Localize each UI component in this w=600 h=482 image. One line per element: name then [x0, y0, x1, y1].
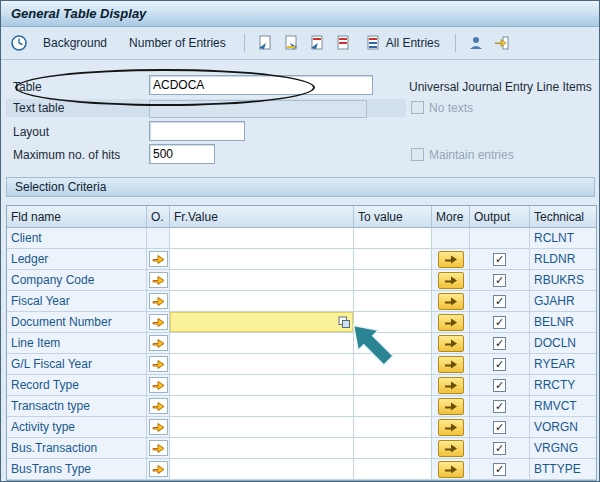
table-row: Line Item D: [7, 333, 596, 354]
maintain-entries-checkbox: [411, 148, 424, 161]
selection-options-button[interactable]: [149, 335, 168, 351]
output-checkbox[interactable]: [493, 358, 506, 371]
more-button[interactable]: [438, 398, 464, 415]
to-value-field[interactable]: [354, 228, 431, 248]
table-row: Activity type: [7, 417, 596, 438]
to-value-field[interactable]: [354, 291, 431, 311]
insert-selection-icon[interactable]: [279, 32, 303, 54]
column-header-technical: Technical: [530, 206, 596, 228]
from-value-field[interactable]: [170, 249, 353, 269]
layout-input[interactable]: [149, 121, 245, 141]
output-checkbox[interactable]: [493, 295, 506, 308]
row-technical-name: RMVCT: [534, 399, 577, 413]
selection-options-arrow-icon: [152, 317, 165, 328]
max-hits-label: Maximum no. of hits: [13, 148, 120, 162]
table-input[interactable]: [149, 75, 373, 95]
selection-options-button[interactable]: [149, 356, 168, 372]
output-checkbox[interactable]: [493, 379, 506, 392]
output-checkbox[interactable]: [493, 253, 506, 266]
max-hits-input[interactable]: [149, 144, 215, 164]
selection-options-button[interactable]: [149, 293, 168, 309]
from-value-field[interactable]: [170, 375, 353, 395]
more-button[interactable]: [438, 440, 464, 457]
output-checkbox[interactable]: [493, 274, 506, 287]
selection-options-arrow-icon: [152, 296, 165, 307]
general-table-display-window: General Table Display Background Number …: [0, 0, 600, 482]
search-help-icon[interactable]: [338, 316, 351, 329]
from-value-field[interactable]: [170, 228, 353, 248]
from-value-field[interactable]: [170, 417, 353, 437]
selection-options-button[interactable]: [149, 251, 168, 267]
no-texts-label: No texts: [429, 101, 473, 115]
exit-icon[interactable]: [490, 32, 514, 54]
from-value-field[interactable]: [170, 459, 353, 479]
from-value-field[interactable]: [170, 396, 353, 416]
text-table-field: [149, 100, 367, 118]
to-value-field[interactable]: [354, 354, 431, 374]
table-row: Ledger RLDN: [7, 249, 596, 270]
output-checkbox[interactable]: [493, 400, 506, 413]
output-checkbox[interactable]: [493, 442, 506, 455]
to-value-field[interactable]: [354, 333, 431, 353]
output-checkbox[interactable]: [493, 463, 506, 476]
to-value-field[interactable]: [354, 270, 431, 290]
all-entries-button[interactable]: All Entries: [357, 30, 447, 56]
more-button[interactable]: [438, 461, 464, 478]
more-arrow-icon: [444, 359, 458, 370]
more-button[interactable]: [438, 335, 464, 352]
selection-options-button[interactable]: [149, 440, 168, 456]
from-value-field[interactable]: [170, 333, 353, 353]
background-button[interactable]: Background: [33, 32, 117, 54]
selection-options-button[interactable]: [149, 398, 168, 414]
table-row: Fiscal Year: [7, 291, 596, 312]
execute-in-background-icon[interactable]: [7, 32, 31, 54]
more-button[interactable]: [438, 356, 464, 373]
choose-fields-icon[interactable]: [253, 32, 277, 54]
from-value-field[interactable]: [170, 438, 353, 458]
selection-options-button[interactable]: [149, 461, 168, 477]
row-technical-name: VRGNG: [534, 441, 578, 455]
row-field-name: BusTrans Type: [11, 462, 91, 476]
table-row: Bus.Transaction: [7, 438, 596, 459]
row-technical-name: RCLNT: [534, 231, 574, 245]
to-value-field[interactable]: [354, 417, 431, 437]
to-value-field[interactable]: [354, 438, 431, 458]
table-row: Transactn type: [7, 396, 596, 417]
to-value-field[interactable]: [354, 249, 431, 269]
row-technical-name: BTTYPE: [534, 462, 581, 476]
row-field-name: Bus.Transaction: [11, 441, 97, 455]
row-technical-name: VORGN: [534, 420, 578, 434]
from-value-field[interactable]: [170, 354, 353, 374]
more-button[interactable]: [438, 293, 464, 310]
output-checkbox[interactable]: [493, 337, 506, 350]
to-value-field[interactable]: [354, 396, 431, 416]
to-value-field[interactable]: [354, 312, 431, 332]
selection-options-button[interactable]: [149, 419, 168, 435]
more-button[interactable]: [438, 419, 464, 436]
more-button[interactable]: [438, 272, 464, 289]
delete-all-selections-icon[interactable]: [331, 32, 355, 54]
selection-options-button[interactable]: [149, 377, 168, 393]
number-of-entries-button[interactable]: Number of Entries: [119, 32, 236, 54]
row-field-name: Ledger: [11, 252, 48, 266]
more-arrow-icon: [444, 380, 458, 391]
maintain-entries-label: Maintain entries: [429, 148, 514, 162]
from-value-field[interactable]: [170, 270, 353, 290]
output-checkbox[interactable]: [493, 421, 506, 434]
output-checkbox[interactable]: [493, 316, 506, 329]
more-button[interactable]: [438, 251, 464, 268]
selection-options-button[interactable]: [149, 314, 168, 330]
user-parameters-icon[interactable]: [464, 32, 488, 54]
more-arrow-icon: [444, 254, 458, 265]
more-button[interactable]: [438, 377, 464, 394]
from-value-field[interactable]: [170, 291, 353, 311]
to-value-field[interactable]: [354, 459, 431, 479]
from-value-field[interactable]: [170, 312, 353, 332]
more-arrow-icon: [444, 443, 458, 454]
to-value-field[interactable]: [354, 375, 431, 395]
more-arrow-icon: [444, 275, 458, 286]
more-button[interactable]: [438, 314, 464, 331]
delete-selection-icon[interactable]: [305, 32, 329, 54]
selection-options-button[interactable]: [149, 272, 168, 288]
row-field-name: Fiscal Year: [11, 294, 70, 308]
